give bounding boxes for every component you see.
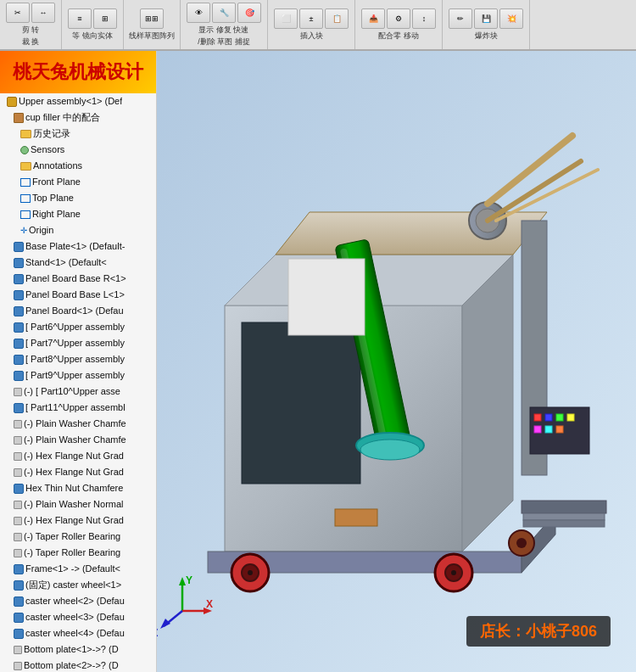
- tree-item[interactable]: ✛Origin: [0, 222, 156, 238]
- toolbar: ✂ ↔ 剪 转 裁 换 ≡ ⊞ 等 镜向实体 ⊞⊞ 线样草图阵列 👁 🔧 🎯 显…: [0, 0, 636, 51]
- svg-rect-13: [288, 259, 365, 335]
- toolbar-btn-fromblock[interactable]: 📋: [325, 8, 349, 29]
- svg-rect-29: [523, 513, 605, 520]
- shop-owner-text: 店长：小桃子806: [480, 623, 597, 640]
- toolbar-label-insert-block: 插入块: [300, 31, 323, 42]
- toolbar-label-3: 等 镜向实体: [72, 31, 113, 42]
- tree-item[interactable]: caster wheel<2> (Defau: [0, 593, 156, 609]
- svg-rect-23: [556, 414, 563, 421]
- tree-item[interactable]: [ Part8^Upper assembly: [0, 351, 156, 367]
- tree-item[interactable]: (-) Hex Flange Nut Grad: [0, 448, 156, 464]
- toolbar-btn-makeblock[interactable]: ⬜: [274, 8, 298, 29]
- svg-marker-3: [462, 255, 513, 552]
- toolbar-label-5: 显示 修复 快速: [198, 25, 248, 36]
- toolbar-section-equi: ≡ ⊞ 等 镜向实体: [62, 0, 124, 49]
- tree-item[interactable]: (-) Plain Washer Normal: [0, 496, 156, 512]
- toolbar-label-4: 线样草图阵列: [129, 31, 175, 42]
- svg-text:Y: Y: [186, 574, 192, 586]
- brand-header: 桃天兔机械设计: [0, 51, 156, 93]
- tree-item[interactable]: Panel Board Base R<1>: [0, 271, 156, 287]
- toolbar-label-6: /删除 草图 捕捉: [198, 36, 250, 48]
- toolbar-btn-explode[interactable]: 💥: [499, 8, 523, 29]
- svg-text:Z: Z: [157, 627, 158, 639]
- svg-point-38: [516, 538, 527, 548]
- tree-item[interactable]: caster wheel<3> (Defau: [0, 609, 156, 625]
- toolbar-btn-edit-block[interactable]: ✏: [449, 8, 472, 29]
- machine-rendering: Y X Z: [157, 51, 636, 672]
- svg-rect-26: [545, 426, 552, 433]
- tree-item[interactable]: [ Part6^Upper assembly: [0, 319, 156, 335]
- tree-item[interactable]: (-) Plain Washer Chamfe: [0, 416, 156, 432]
- tree-item[interactable]: (-) Plain Washer Chamfe: [0, 432, 156, 448]
- toolbar-section-explode: ✏ 💾 💥 爆炸块: [443, 0, 530, 49]
- tree-item[interactable]: Upper assembly<1> (Def: [0, 93, 156, 109]
- tree-item[interactable]: (-) Hex Flange Nut Grad: [0, 512, 156, 529]
- toolbar-label-explode-block: 爆炸块: [475, 31, 498, 42]
- toolbar-section-jian: ✂ ↔ 剪 转 裁 换: [0, 0, 62, 49]
- svg-point-12: [360, 440, 420, 460]
- svg-rect-4: [242, 322, 360, 484]
- svg-rect-5: [335, 509, 377, 526]
- svg-point-33: [248, 570, 253, 575]
- tree-item[interactable]: Bottom plate<1>->? (D: [0, 641, 156, 658]
- toolbar-btn-mirror[interactable]: ⊞: [93, 8, 117, 29]
- tree-item[interactable]: caster wheel<4> (Defau: [0, 625, 156, 641]
- toolbar-section-array: ⊞⊞ 线样草图阵列: [124, 0, 181, 49]
- svg-rect-21: [534, 414, 541, 421]
- tree-item[interactable]: (-) [ Part10^Upper asse: [0, 384, 156, 400]
- toolbar-btn-fix[interactable]: 🔧: [212, 3, 236, 23]
- tree-item[interactable]: 历史记录: [0, 126, 156, 142]
- tree-item[interactable]: cup filler 中的配合: [0, 109, 156, 126]
- tree-item[interactable]: Frame<1> -> (Default<: [0, 561, 156, 577]
- tree-item[interactable]: [ Part9^Upper assembly: [0, 367, 156, 384]
- 3d-viewport[interactable]: Y X Z 店长：小桃子806: [157, 51, 636, 672]
- toolbar-btn-convert[interactable]: ↔: [31, 3, 55, 23]
- tree-item[interactable]: Right Plane: [0, 206, 156, 222]
- tree-item[interactable]: [ Part11^Upper assembl: [0, 400, 156, 416]
- tree-item[interactable]: (-) Taper Roller Bearing: [0, 545, 156, 561]
- tree-item[interactable]: Panel Board Base L<1>: [0, 287, 156, 303]
- toolbar-btn-insert-block[interactable]: 📥: [361, 8, 385, 29]
- svg-rect-27: [556, 426, 563, 433]
- tree-item[interactable]: Panel Board<1> (Defau: [0, 303, 156, 319]
- tree-item[interactable]: Front Plane: [0, 174, 156, 190]
- toolbar-label-1: 剪 转: [22, 25, 40, 36]
- toolbar-section-block: ⬜ ± 📋 插入块: [268, 0, 355, 49]
- svg-rect-28: [522, 501, 606, 513]
- svg-point-36: [451, 570, 456, 575]
- tree-item[interactable]: Annotations: [0, 158, 156, 174]
- tree-item[interactable]: Hex Thin Nut Chamfere: [0, 480, 156, 496]
- tree-item[interactable]: Stand<1> (Default<: [0, 255, 156, 271]
- toolbar-label-2: 裁 换: [22, 36, 40, 48]
- svg-rect-30: [523, 520, 605, 527]
- svg-rect-22: [545, 414, 552, 421]
- tree-item[interactable]: (固定) caster wheel<1>: [0, 577, 156, 593]
- svg-rect-25: [534, 426, 541, 433]
- toolbar-btn-move[interactable]: ↕: [412, 8, 436, 29]
- toolbar-btn-equidistant[interactable]: ≡: [68, 8, 92, 29]
- shop-owner-tag: 店长：小桃子806: [466, 616, 611, 647]
- toolbar-section-display: 👁 🔧 🎯 显示 修复 快速 /删除 草图 捕捉: [181, 0, 268, 49]
- tree-item[interactable]: (-) Hex Flange Nut Grad: [0, 464, 156, 480]
- toolbar-btn-addremove[interactable]: ±: [299, 8, 323, 29]
- tree-item[interactable]: Bottom plate<2>->? (D: [0, 658, 156, 672]
- brand-text: 桃天兔机械设计: [13, 59, 143, 85]
- tree-item[interactable]: (-) Taper Roller Bearing: [0, 529, 156, 545]
- toolbar-btn-combine[interactable]: ⚙: [387, 8, 410, 29]
- toolbar-btn-show[interactable]: 👁: [187, 3, 210, 23]
- toolbar-btn-snap[interactable]: 🎯: [237, 3, 261, 23]
- tree-item[interactable]: Sensors: [0, 142, 156, 158]
- main-area: 桃天兔机械设计 Upper assembly<1> (Defcup filler…: [0, 51, 636, 672]
- toolbar-btn-save-block[interactable]: 💾: [474, 8, 498, 29]
- feature-tree[interactable]: Upper assembly<1> (Defcup filler 中的配合历史记…: [0, 93, 156, 672]
- toolbar-section-edit: 📥 ⚙ ↕ 配合零 移动: [355, 0, 443, 49]
- tree-item[interactable]: [ Part7^Upper assembly: [0, 335, 156, 351]
- toolbar-label-7: 配合零 移动: [378, 31, 419, 42]
- tree-item[interactable]: Top Plane: [0, 190, 156, 206]
- svg-text:X: X: [206, 598, 213, 610]
- toolbar-btn-array[interactable]: ⊞⊞: [140, 8, 164, 29]
- toolbar-btn-cut[interactable]: ✂: [6, 3, 30, 23]
- tree-item[interactable]: Base Plate<1> (Default-: [0, 238, 156, 255]
- svg-rect-24: [567, 414, 574, 421]
- feature-tree-panel: 桃天兔机械设计 Upper assembly<1> (Defcup filler…: [0, 51, 157, 672]
